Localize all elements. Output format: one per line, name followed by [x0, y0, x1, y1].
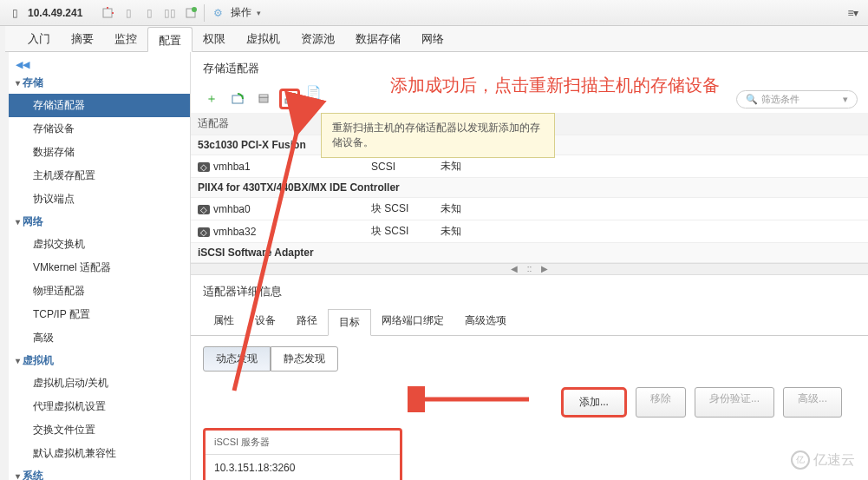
adapter-details-title: 适配器详细信息	[191, 275, 868, 308]
adapter-badge-icon: ◇	[198, 162, 210, 172]
svg-rect-4	[259, 97, 268, 102]
sidebar-item-vmstart[interactable]: 虚拟机启动/关机	[9, 372, 190, 395]
svg-point-2	[192, 7, 197, 12]
table-row[interactable]: ◇vmhba32块 SCSI未知	[191, 220, 868, 243]
group-vm[interactable]: 虚拟机	[9, 350, 190, 372]
svg-rect-5	[259, 95, 268, 97]
adapter-group-2: iSCSI Software Adapter	[191, 243, 868, 263]
watermark-icon: 亿	[791, 450, 810, 470]
filter-input[interactable]: 🔍筛选条件▾	[736, 90, 858, 108]
subtab-devices[interactable]: 设备	[245, 308, 286, 335]
storage-icon[interactable]	[253, 89, 274, 109]
tab-static-discovery[interactable]: 静态发现	[271, 346, 338, 372]
table-scroller[interactable]: ◀ :: ▶	[191, 263, 868, 275]
group-system[interactable]: 系统	[9, 465, 190, 480]
refresh-icon[interactable]	[227, 89, 248, 109]
action-icon-3[interactable]: ▯	[141, 5, 157, 21]
group-network[interactable]: 网络	[9, 211, 190, 233]
remove-button[interactable]: 移除	[636, 387, 686, 418]
sidebar-item-adapters[interactable]: 存储适配器	[9, 94, 190, 117]
tab-configure[interactable]: 配置	[147, 27, 193, 52]
advanced-button[interactable]: 高级...	[783, 387, 842, 418]
tab-dynamic-discovery[interactable]: 动态发现	[203, 346, 271, 372]
iscsi-server-header: iSCSI 服务器	[206, 431, 400, 455]
tab-datastore[interactable]: 数据存储	[345, 26, 411, 51]
adapter-group-1: PIIX4 for 430TX/440BX/MX IDE Controller	[191, 178, 868, 198]
sidebar-item-hostcache[interactable]: 主机缓存配置	[9, 164, 190, 187]
svg-rect-0	[103, 9, 112, 17]
host-icon: ▯	[7, 5, 23, 21]
sidebar-item-tcpip[interactable]: TCP/IP 配置	[9, 303, 190, 326]
adapter-badge-icon: ◇	[198, 227, 210, 237]
target-button-row: 添加... 移除 身份验证... 高级...	[191, 382, 868, 423]
tab-summary[interactable]: 摘要	[61, 26, 104, 51]
host-ip: 10.4.49.241	[28, 7, 82, 19]
svg-rect-6	[285, 99, 294, 103]
sidebar-item-swap[interactable]: 交换文件位置	[9, 418, 190, 442]
subtab-paths[interactable]: 路径	[286, 308, 328, 335]
copy-icon[interactable]: 📄▾	[305, 89, 326, 109]
subtab-portbinding[interactable]: 网络端口绑定	[371, 308, 454, 335]
sidebar-item-protocol[interactable]: 协议端点	[9, 187, 190, 211]
tab-vms[interactable]: 虚拟机	[236, 26, 290, 51]
table-row[interactable]: ◇vmhba1SCSI未知	[191, 155, 868, 178]
add-adapter-icon[interactable]: ＋	[201, 89, 222, 109]
svg-point-8	[291, 93, 297, 98]
adapter-badge-icon: ◇	[198, 205, 210, 214]
discovery-tabs: 动态发现 静态发现	[191, 336, 868, 382]
iscsi-server-box: iSCSI 服务器 10.3.151.18:3260	[203, 428, 402, 480]
sidebar-item-compat[interactable]: 默认虚拟机兼容性	[9, 442, 190, 465]
subtab-advopts[interactable]: 高级选项	[454, 308, 517, 335]
main-tabs: 入门 摘要 监控 配置 权限 虚拟机 资源池 数据存储 网络	[5, 26, 868, 52]
tab-gettingstarted[interactable]: 入门	[17, 26, 61, 51]
sidebar-item-vswitch[interactable]: 虚拟交换机	[9, 233, 190, 256]
sidebar-item-physadapter[interactable]: 物理适配器	[9, 279, 190, 303]
action-icon-1[interactable]	[100, 5, 115, 21]
detail-sub-tabs: 属性 设备 路径 目标 网络端口绑定 高级选项	[191, 308, 868, 336]
action-icon-5[interactable]	[183, 5, 199, 21]
watermark: 亿 亿速云	[791, 450, 855, 470]
annotation-text: 添加成功后，点击重新扫描主机的存储设备	[390, 74, 720, 97]
collapse-sidebar[interactable]: ◀◀	[9, 57, 190, 72]
rescan-host-icon[interactable]	[279, 89, 300, 109]
tab-network[interactable]: 网络	[411, 26, 454, 51]
action-icon-2[interactable]: ▯	[121, 5, 136, 21]
iscsi-server-value[interactable]: 10.3.151.18:3260	[206, 455, 400, 480]
sidebar-item-vmkernel[interactable]: VMkernel 适配器	[9, 256, 190, 279]
add-button[interactable]: 添加...	[561, 387, 627, 418]
sidebar: ◀◀ 存储 存储适配器 存储设备 数据存储 主机缓存配置 协议端点 网络 虚拟交…	[9, 52, 191, 480]
separator	[204, 4, 205, 22]
tab-respool[interactable]: 资源池	[290, 26, 345, 51]
top-toolbar: ▯ 10.4.49.241 ▯ ▯ ▯▯ ⚙ 操作 ▾ ≡▾	[0, 0, 868, 26]
sidebar-item-advanced[interactable]: 高级	[9, 326, 190, 350]
svg-rect-3	[232, 95, 243, 103]
action-icon-4[interactable]: ▯▯	[162, 5, 178, 21]
sidebar-item-datastores[interactable]: 数据存储	[9, 141, 190, 164]
subtab-targets[interactable]: 目标	[328, 309, 371, 336]
drawer-icon[interactable]: ≡▾	[845, 5, 861, 21]
sidebar-item-devices[interactable]: 存储设备	[9, 117, 190, 141]
sidebar-item-agentvm[interactable]: 代理虚拟机设置	[9, 395, 190, 418]
subtab-properties[interactable]: 属性	[203, 308, 245, 335]
table-row[interactable]: ◇vmhba0块 SCSI未知	[191, 198, 868, 220]
tab-permissions[interactable]: 权限	[193, 26, 236, 51]
operations-menu[interactable]: 操作	[231, 5, 251, 20]
auth-button[interactable]: 身份验证...	[695, 387, 774, 418]
tab-monitor[interactable]: 监控	[104, 26, 147, 51]
rescan-tooltip: 重新扫描主机的存储适配器以发现新添加的存储设备。	[321, 113, 555, 158]
group-storage[interactable]: 存储	[9, 72, 190, 94]
gear-icon[interactable]: ⚙	[210, 5, 225, 21]
